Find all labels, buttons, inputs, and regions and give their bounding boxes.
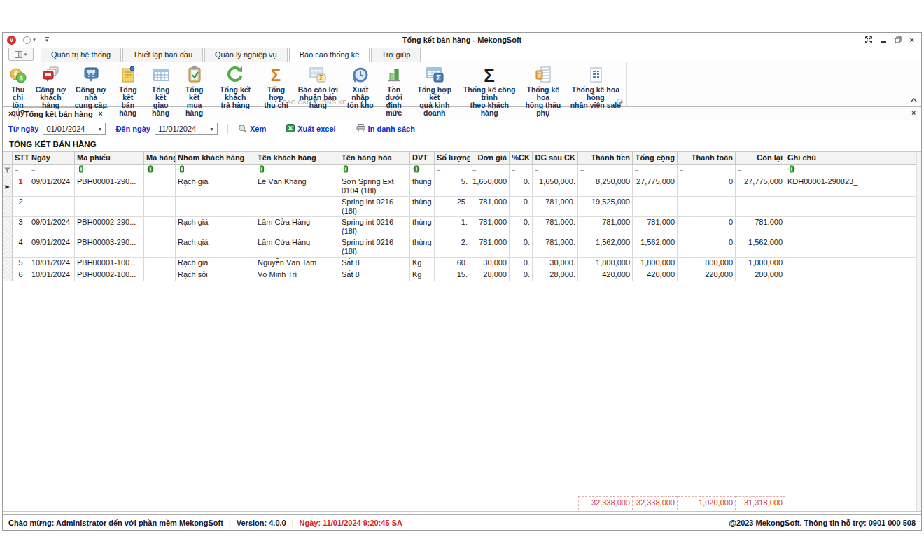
filter-cell-10[interactable]: = xyxy=(510,164,533,176)
row-0-cell-1[interactable]: 09/01/2024 xyxy=(29,176,75,196)
row-4-cell-15[interactable]: 1,000,000 xyxy=(736,258,785,269)
from-date-input[interactable]: 01/01/2024 ▼ xyxy=(43,122,106,135)
row-0-cell-9[interactable]: 1,650,000 xyxy=(470,176,510,196)
row-0-cell-12[interactable]: 8,250,000 xyxy=(578,176,633,196)
row-1-cell-6[interactable]: Spring int 0216 (18l) xyxy=(340,197,410,216)
window-layout-icon[interactable]: ▼ xyxy=(8,48,34,61)
table-row[interactable]: 610/01/2024PBH00002-100...Rạch sỏiVõ Min… xyxy=(3,270,916,281)
row-1-cell-0[interactable]: 2 xyxy=(13,197,29,216)
row-4-cell-8[interactable]: 60. xyxy=(435,258,470,269)
row-1-cell-2[interactable] xyxy=(75,197,144,216)
row-1-cell-8[interactable]: 25. xyxy=(435,197,470,216)
filter-cell-14[interactable]: = xyxy=(678,164,736,176)
row-2-cell-14[interactable]: 0 xyxy=(678,217,736,237)
row-3-cell-11[interactable]: 781,000. xyxy=(533,237,578,257)
row-0-cell-13[interactable]: 27,775,000 xyxy=(633,176,678,196)
tab-quan-ly-nghiep-vu[interactable]: Quản lý nghiệp vụ xyxy=(204,48,288,62)
row-0-cell-2[interactable]: PBH00001-290... xyxy=(75,176,144,196)
filter-cell-13[interactable]: = xyxy=(633,164,678,176)
filter-cell-2[interactable] xyxy=(75,164,144,176)
table-row[interactable]: 2Spring int 0216 (18l)thùng25.781,0000.7… xyxy=(3,197,916,217)
row-0-cell-11[interactable]: 1,650,000. xyxy=(533,176,578,196)
column-header-16[interactable]: Ghi chú xyxy=(785,152,916,164)
row-5-cell-12[interactable]: 420,000 xyxy=(578,270,633,281)
row-0-cell-4[interactable]: Rạch giá xyxy=(176,176,255,196)
ribbon-button-tong-ket-mua-hang[interactable]: Tổng kết mua hàng xyxy=(178,64,211,118)
tab-tro-giup[interactable]: Trợ giúp xyxy=(371,48,421,62)
row-2-cell-10[interactable]: 0. xyxy=(510,217,533,237)
column-header-13[interactable]: Tổng cộng xyxy=(633,152,678,164)
row-2-cell-3[interactable] xyxy=(144,217,176,237)
row-0-cell-5[interactable]: Lê Văn Kháng xyxy=(255,176,340,196)
row-3-cell-3[interactable] xyxy=(144,237,176,257)
row-5-cell-14[interactable]: 220,000 xyxy=(678,270,736,281)
row-0-cell-3[interactable] xyxy=(144,176,176,196)
row-5-cell-4[interactable]: Rạch sỏi xyxy=(176,270,255,281)
column-header-7[interactable]: ĐVT xyxy=(410,152,435,164)
row-2-cell-5[interactable]: Lâm Cửa Hàng xyxy=(255,217,340,237)
column-header-12[interactable]: Thành tiền xyxy=(578,152,633,164)
table-row[interactable]: ▶109/01/2024PBH00001-290...Rạch giáLê Vă… xyxy=(3,176,916,197)
column-header-4[interactable]: Nhóm khách hàng xyxy=(176,152,255,164)
row-0-cell-7[interactable]: thùng xyxy=(410,176,435,196)
row-5-cell-7[interactable]: Kg xyxy=(410,270,435,281)
filter-cell-1[interactable]: = xyxy=(29,164,75,176)
row-5-cell-5[interactable]: Võ Minh Trí xyxy=(255,270,340,281)
row-4-cell-12[interactable]: 1,800,000 xyxy=(578,258,633,269)
row-1-cell-4[interactable] xyxy=(176,197,255,216)
ribbon-button-thong-ke-cong-trinh[interactable]: Σ Thống kê công trình theo khách hàng xyxy=(458,64,519,118)
filter-cell-12[interactable]: = xyxy=(578,164,633,176)
filter-cell-11[interactable]: = xyxy=(533,164,578,176)
quick-access-icon[interactable] xyxy=(23,36,31,44)
row-1-cell-1[interactable] xyxy=(29,197,75,216)
ribbon-button-tong-ket-ban-hang[interactable]: Tổng kết bán hàng xyxy=(112,64,144,118)
row-3-cell-0[interactable]: 4 xyxy=(13,237,29,257)
row-1-cell-13[interactable] xyxy=(633,197,678,216)
row-5-cell-2[interactable]: PBH00002-100... xyxy=(75,270,144,281)
vertical-scrollbar[interactable] xyxy=(916,152,921,511)
row-5-cell-8[interactable]: 15. xyxy=(435,270,470,281)
column-header-2[interactable]: Mã phiếu xyxy=(75,152,144,164)
close-button[interactable]: × xyxy=(910,36,914,43)
row-1-cell-12[interactable]: 19,525,000 xyxy=(578,197,633,216)
ribbon-button-ton-duoi-dinh-muc[interactable]: Tồn dưới định mức xyxy=(377,64,410,118)
restore-button[interactable] xyxy=(895,36,902,44)
group-dialog-launcher-icon[interactable]: ◢ xyxy=(617,99,623,105)
table-row[interactable]: 510/01/2024PBH00001-100...Rạch giáNguyễn… xyxy=(3,258,916,270)
row-0-cell-6[interactable]: Sơn Spring Ext 0104 (18l) xyxy=(340,176,410,196)
row-4-cell-6[interactable]: Sắt 8 xyxy=(340,258,410,269)
minimize-button[interactable] xyxy=(881,36,886,43)
row-5-cell-15[interactable]: 200,000 xyxy=(736,270,785,281)
row-3-cell-15[interactable]: 1,562,000 xyxy=(736,237,785,257)
row-3-cell-7[interactable]: thùng xyxy=(410,237,435,257)
column-header-10[interactable]: %CK xyxy=(510,152,533,164)
column-header-9[interactable]: Đơn giá xyxy=(470,152,510,164)
row-5-cell-9[interactable]: 28,000 xyxy=(470,270,510,281)
row-4-cell-4[interactable]: Rạch giá xyxy=(176,258,255,269)
filter-cell-4[interactable] xyxy=(176,164,255,176)
row-1-cell-5[interactable] xyxy=(255,197,340,216)
row-4-cell-9[interactable]: 30,000 xyxy=(470,258,510,269)
filter-cell-15[interactable]: = xyxy=(736,164,785,176)
row-1-cell-3[interactable] xyxy=(144,197,176,216)
ribbon-button-tong-hop-ket-qua-kinh-doanh[interactable]: Σ Tổng hợp kết quả kinh doanh xyxy=(410,64,459,118)
row-2-cell-13[interactable]: 781,000 xyxy=(633,217,678,237)
row-0-cell-10[interactable]: 0. xyxy=(510,176,533,196)
from-date-dropdown-icon[interactable]: ▼ xyxy=(97,127,102,132)
row-2-cell-0[interactable]: 3 xyxy=(13,217,29,237)
row-3-cell-12[interactable]: 1,562,000 xyxy=(578,237,633,257)
row-2-cell-12[interactable]: 781,000 xyxy=(578,217,633,237)
row-4-cell-13[interactable]: 1,800,000 xyxy=(633,258,678,269)
table-row[interactable]: 409/01/2024PBH00003-290...Rạch giáLâm Cử… xyxy=(3,237,916,258)
to-date-dropdown-icon[interactable]: ▼ xyxy=(209,127,214,132)
row-0-cell-8[interactable]: 5. xyxy=(435,176,470,196)
fullscreen-button[interactable] xyxy=(865,36,872,44)
column-header-5[interactable]: Tên khách hàng xyxy=(255,152,340,164)
view-button[interactable]: Xem xyxy=(238,124,266,134)
filter-cell-8[interactable]: = xyxy=(435,164,470,176)
row-4-cell-1[interactable]: 10/01/2024 xyxy=(29,258,75,269)
row-1-cell-10[interactable]: 0. xyxy=(510,197,533,216)
row-5-cell-3[interactable] xyxy=(144,270,176,281)
row-1-cell-15[interactable] xyxy=(736,197,785,216)
row-1-cell-14[interactable] xyxy=(678,197,736,216)
